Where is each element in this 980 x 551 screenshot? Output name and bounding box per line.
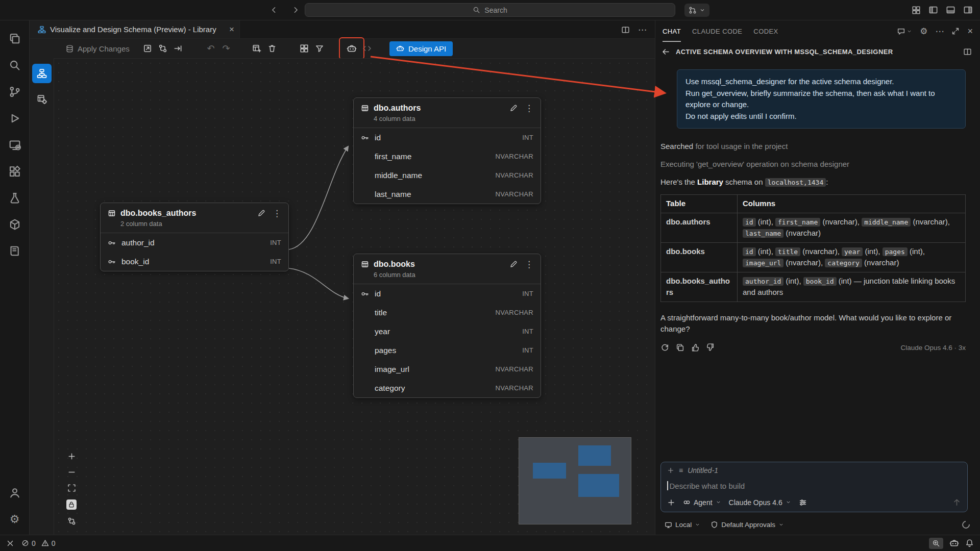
chat-input-box[interactable]: ≡ Untitled-1 Describe what to build Agen… bbox=[660, 462, 968, 512]
chat-maximize-icon[interactable] bbox=[951, 27, 960, 35]
copy-icon[interactable] bbox=[676, 343, 684, 352]
column-row[interactable]: author_id INT bbox=[101, 233, 288, 252]
approvals-dropdown[interactable]: Default Approvals bbox=[710, 521, 784, 529]
schema-diagram-view-icon[interactable] bbox=[32, 64, 52, 83]
column-row[interactable]: category NVARCHAR bbox=[354, 379, 541, 397]
column-row[interactable]: last_name NVARCHAR bbox=[354, 185, 541, 204]
remote-indicator-icon[interactable] bbox=[6, 539, 14, 547]
table-card-books[interactable]: dbo.books ⋮ 6 column data id INT bbox=[353, 254, 541, 398]
tab-schema-designer[interactable]: Visualize and Design Schema (Preview) - … bbox=[30, 20, 240, 38]
toggle-panel-bottom-icon[interactable] bbox=[946, 5, 955, 15]
chat-close-icon[interactable]: × bbox=[967, 27, 973, 36]
column-row[interactable]: book_id INT bbox=[101, 252, 288, 271]
copilot-toolbar-icon[interactable] bbox=[344, 41, 359, 56]
delete-icon[interactable] bbox=[264, 41, 280, 56]
customize-layout-icon[interactable] bbox=[912, 6, 921, 15]
thumbs-up-icon[interactable] bbox=[691, 343, 700, 352]
tool-step-executing[interactable]: Executing 'get_overview' operation on sc… bbox=[660, 160, 966, 168]
filter-icon[interactable] bbox=[312, 41, 327, 56]
problems-indicator[interactable]: 0 0 bbox=[21, 539, 56, 547]
redo-icon[interactable]: ↷ bbox=[218, 41, 234, 56]
column-row[interactable]: year INT bbox=[354, 322, 541, 341]
environment-dropdown[interactable]: Local bbox=[665, 521, 700, 529]
model-dropdown[interactable]: Claude Opus 4.6 bbox=[729, 498, 791, 507]
thumbs-down-icon[interactable] bbox=[706, 343, 715, 352]
send-icon[interactable] bbox=[952, 498, 961, 507]
fit-view-icon[interactable] bbox=[67, 484, 76, 492]
context-file-name[interactable]: Untitled-1 bbox=[688, 466, 718, 474]
compare-schema-icon[interactable] bbox=[155, 41, 170, 56]
copilot-status-icon[interactable] bbox=[949, 538, 959, 548]
nav-forward-icon[interactable] bbox=[291, 6, 300, 14]
settings-gear-icon[interactable]: ⚙ bbox=[0, 506, 29, 533]
tools-config-icon[interactable] bbox=[799, 498, 807, 507]
extensions-icon[interactable] bbox=[0, 158, 29, 185]
schema-canvas[interactable]: dbo.authors ⋮ 4 column data id INT bbox=[54, 58, 655, 535]
reset-layout-icon[interactable] bbox=[67, 517, 76, 525]
add-table-icon[interactable] bbox=[249, 41, 264, 56]
tab-close-icon[interactable]: × bbox=[229, 25, 234, 34]
toggle-sidebar-right-icon[interactable] bbox=[963, 5, 973, 15]
table-menu-icon[interactable]: ⋮ bbox=[525, 104, 533, 113]
accounts-icon[interactable] bbox=[0, 480, 29, 506]
tab-chat[interactable]: CHAT bbox=[663, 20, 681, 42]
tab-title: Visualize and Design Schema (Preview) - … bbox=[50, 25, 216, 34]
table-card-books-authors[interactable]: dbo.books_authors ⋮ 2 column data author… bbox=[100, 203, 289, 271]
add-context-icon[interactable] bbox=[667, 467, 674, 474]
zoom-status-icon[interactable] bbox=[929, 538, 943, 549]
table-menu-icon[interactable]: ⋮ bbox=[273, 209, 281, 218]
column-row[interactable]: id INT bbox=[354, 284, 541, 303]
chat-input-placeholder[interactable]: Describe what to build bbox=[670, 482, 745, 490]
column-row[interactable]: pages INT bbox=[354, 341, 541, 360]
notifications-bell-icon[interactable] bbox=[965, 539, 974, 547]
tool-step-searched[interactable]: Searched for tool usage in the project bbox=[660, 142, 966, 151]
layout-grid-icon[interactable] bbox=[297, 41, 312, 56]
table-menu-icon[interactable]: ⋮ bbox=[525, 260, 533, 269]
regenerate-icon[interactable] bbox=[660, 343, 669, 352]
copilot-session-button[interactable] bbox=[684, 4, 709, 17]
source-control-icon[interactable] bbox=[0, 79, 29, 105]
database-projects-icon[interactable] bbox=[0, 211, 29, 238]
undo-icon[interactable]: ↶ bbox=[203, 41, 218, 56]
testing-icon[interactable] bbox=[0, 185, 29, 211]
open-in-columns-icon[interactable] bbox=[963, 47, 972, 56]
edit-table-icon[interactable] bbox=[257, 209, 265, 217]
command-search-box[interactable]: Search bbox=[305, 3, 675, 17]
canvas-minimap[interactable] bbox=[519, 437, 631, 524]
toggle-sidebar-left-icon[interactable] bbox=[928, 5, 938, 15]
explorer-icon[interactable] bbox=[0, 26, 29, 52]
tab-claude-code[interactable]: CLAUDE CODE bbox=[692, 20, 742, 42]
nav-back-icon[interactable] bbox=[270, 6, 278, 14]
column-row[interactable]: id INT bbox=[354, 128, 541, 147]
column-row[interactable]: middle_name NVARCHAR bbox=[354, 166, 541, 185]
lock-canvas-icon[interactable] bbox=[66, 499, 77, 510]
chat-settings-gear-icon[interactable]: ⚙ bbox=[920, 27, 927, 36]
auto-arrange-icon[interactable] bbox=[170, 41, 186, 56]
column-row[interactable]: image_url NVARCHAR bbox=[354, 360, 541, 379]
back-icon[interactable] bbox=[662, 47, 670, 56]
file-list-icon: ≡ bbox=[679, 467, 683, 474]
remote-explorer-icon[interactable] bbox=[0, 132, 29, 158]
run-debug-icon[interactable] bbox=[0, 105, 29, 132]
tab-codex[interactable]: CODEX bbox=[753, 20, 778, 42]
split-editor-icon[interactable] bbox=[621, 26, 630, 34]
chat-history-icon[interactable] bbox=[897, 27, 912, 36]
column-row[interactable]: title NVARCHAR bbox=[354, 303, 541, 322]
zoom-out-icon[interactable] bbox=[67, 468, 76, 477]
view-code-icon[interactable] bbox=[359, 41, 375, 56]
editor-more-actions-icon[interactable]: ⋯ bbox=[638, 26, 647, 34]
table-card-authors[interactable]: dbo.authors ⋮ 4 column data id INT bbox=[353, 97, 541, 204]
column-row[interactable]: first_name NVARCHAR bbox=[354, 147, 541, 166]
attach-icon[interactable] bbox=[667, 498, 675, 507]
table-editor-view-icon[interactable] bbox=[32, 90, 52, 108]
edit-table-icon[interactable] bbox=[509, 260, 518, 268]
design-api-button[interactable]: Design API bbox=[389, 41, 453, 56]
search-sidebar-icon[interactable] bbox=[0, 52, 29, 79]
notebooks-icon[interactable] bbox=[0, 238, 29, 264]
edit-table-icon[interactable] bbox=[509, 104, 518, 112]
agent-mode-dropdown[interactable]: Agent bbox=[683, 498, 721, 507]
export-diagram-icon[interactable] bbox=[140, 41, 155, 56]
zoom-in-icon[interactable] bbox=[67, 452, 76, 461]
chat-more-actions-icon[interactable]: ⋯ bbox=[935, 27, 944, 36]
apply-changes-button[interactable]: Apply Changes bbox=[65, 44, 133, 53]
